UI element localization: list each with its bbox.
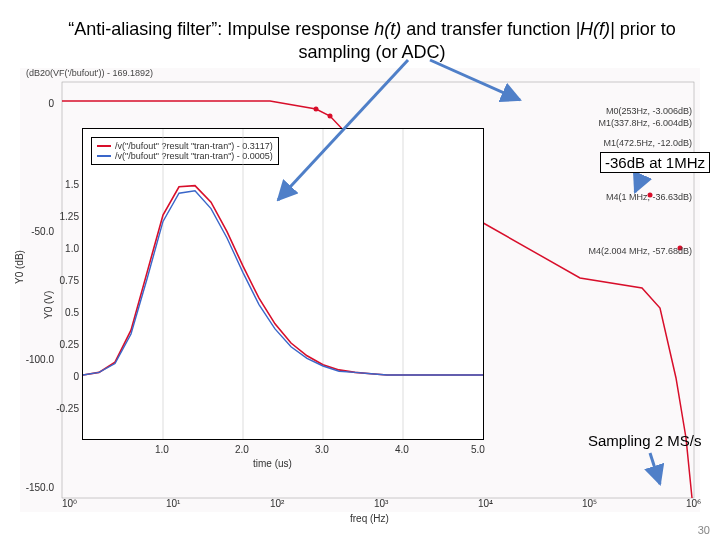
inner-curve-svg bbox=[83, 129, 483, 439]
marker-label: M1(472.5Hz, -12.0dB) bbox=[603, 138, 692, 148]
marker-label: M4(2.004 MHz, -57.68dB) bbox=[588, 246, 692, 256]
inner-ytick: 0.25 bbox=[53, 339, 79, 350]
annotation-sampling: Sampling 2 MS/s bbox=[588, 432, 701, 449]
svg-point-1 bbox=[314, 107, 319, 112]
inner-xtick: 3.0 bbox=[315, 444, 329, 455]
annotation-minus36db: -36dB at 1MHz bbox=[600, 152, 710, 173]
inner-x-axis-label: time (us) bbox=[253, 458, 292, 469]
inner-xtick: 2.0 bbox=[235, 444, 249, 455]
inner-y-axis-label: Y0 (V) bbox=[43, 291, 54, 319]
svg-point-2 bbox=[328, 114, 333, 119]
inner-ytick: 0.5 bbox=[53, 307, 79, 318]
marker-label: M1(337.8Hz, -6.004dB) bbox=[598, 118, 692, 128]
page-number: 30 bbox=[698, 524, 710, 536]
inner-ytick: 0 bbox=[53, 371, 79, 382]
page-title: “Anti-aliasing filter”: Impulse response… bbox=[52, 18, 692, 63]
outer-x-axis-label: freq (Hz) bbox=[350, 513, 389, 524]
inner-ytick: 1.25 bbox=[53, 211, 79, 222]
inner-xtick: 1.0 bbox=[155, 444, 169, 455]
inner-xtick: 5.0 bbox=[471, 444, 485, 455]
inner-ytick: -0.25 bbox=[53, 403, 79, 414]
inner-ytick: 1.5 bbox=[53, 179, 79, 190]
inner-ytick: 0.75 bbox=[53, 275, 79, 286]
inner-plot: /v("/bufout" ?result "tran-tran") - 0.31… bbox=[82, 128, 484, 440]
inner-xtick: 4.0 bbox=[395, 444, 409, 455]
marker-label: M4(1 MHz, -36.63dB) bbox=[606, 192, 692, 202]
slide: “Anti-aliasing filter”: Impulse response… bbox=[0, 0, 720, 540]
inner-ytick: 1.0 bbox=[53, 243, 79, 254]
marker-label: M0(253Hz, -3.006dB) bbox=[606, 106, 692, 116]
